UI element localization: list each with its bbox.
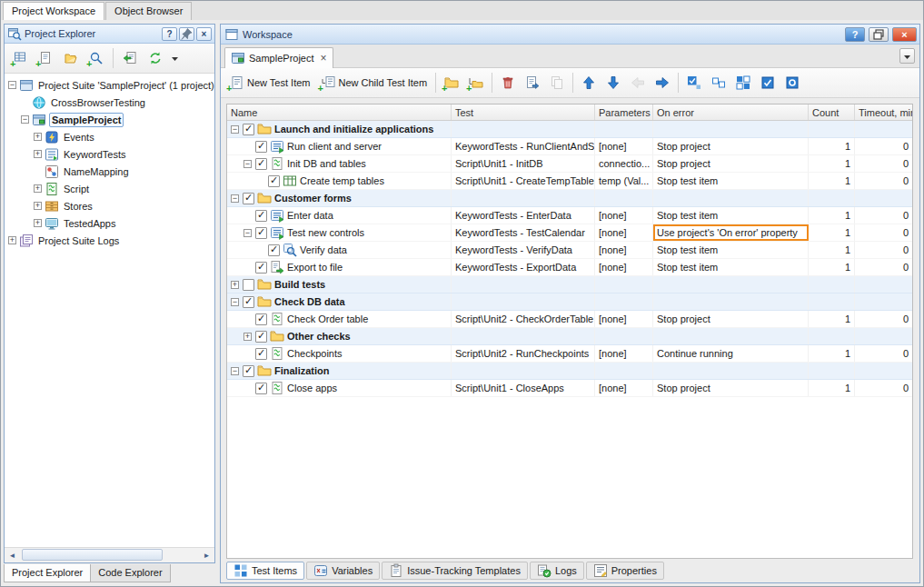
main-tab-object-browser[interactable]: Object Browser (105, 2, 192, 20)
test-item-row-check-order-table[interactable]: Check Order tableScript\Unit2 - CheckOrd… (227, 311, 912, 328)
test-item-row-enter-data[interactable]: Enter dataKeywordTests - EnterData[none]… (227, 207, 912, 224)
group-row-launch-and-initialize-applications[interactable]: −Launch and initialize applications (227, 121, 912, 138)
test-item-row-export-to-file[interactable]: Export to fileKeywordTests - ExportData[… (227, 259, 912, 276)
test-item-row-init-db-and-tables[interactable]: −Init DB and tablesScript\Unit1 - InitDB… (227, 155, 912, 173)
test-item-row-close-apps[interactable]: Close appsScript\Unit1 - CloseApps[none]… (227, 380, 912, 397)
collapse-icon[interactable]: − (231, 194, 239, 203)
add-project-item-button[interactable]: + (34, 46, 57, 70)
group-row-finalization[interactable]: −Finalization (227, 363, 912, 380)
collapse-icon[interactable]: − (243, 229, 252, 237)
row-checkbox[interactable] (255, 331, 267, 343)
column-header-timeout-min[interactable]: Timeout, min (855, 104, 912, 120)
expand-icon[interactable]: + (34, 150, 42, 158)
tree-item-sampleproject[interactable]: −SampleProject (5, 111, 214, 128)
pin-button[interactable] (179, 27, 194, 41)
workspace-tab-logs[interactable]: Logs (530, 562, 584, 580)
scroll-right-button[interactable]: ► (199, 548, 214, 562)
expand-icon[interactable]: + (8, 236, 16, 244)
tree-item-project-suite-logs[interactable]: +Project Suite Logs (5, 232, 214, 249)
new-test-item-button[interactable]: +New Test Item (224, 71, 315, 95)
group-row-build-tests[interactable]: +Build tests (227, 276, 912, 294)
add-project-suite-button[interactable]: + (8, 46, 32, 70)
workspace-help-button[interactable]: ? (845, 27, 865, 42)
row-checkbox[interactable] (255, 158, 267, 170)
collapse-icon[interactable]: − (231, 298, 239, 306)
collapse-icon[interactable]: − (243, 160, 252, 168)
enable-selected-item-button[interactable] (756, 71, 780, 95)
refresh-project-button[interactable] (144, 46, 167, 70)
group-row-check-db-data[interactable]: −Check DB data (227, 294, 912, 311)
row-checkbox[interactable] (268, 244, 280, 256)
collapse-icon[interactable]: − (8, 81, 16, 89)
test-item-row-run-client-and-server[interactable]: Run client and serverKeywordTests - RunC… (227, 138, 912, 155)
row-checkbox[interactable] (255, 313, 267, 325)
explorer-tab-project-explorer[interactable]: Project Explorer (4, 564, 91, 582)
uncheck-all-items-button[interactable] (707, 71, 730, 95)
new-child-test-item-button[interactable]: +New Child Test Item (316, 71, 432, 95)
column-header-name[interactable]: Name (227, 104, 452, 120)
row-checkbox[interactable] (243, 279, 254, 291)
move-right-button[interactable] (651, 71, 674, 95)
horizontal-scrollbar[interactable]: ◄ ► (5, 547, 214, 562)
tree-item-testedapps[interactable]: +TestedApps (5, 214, 214, 232)
new-child-group-button[interactable]: + (464, 71, 488, 95)
group-row-customer-forms[interactable]: −Customer forms (227, 190, 912, 207)
close-panel-button[interactable]: × (196, 27, 212, 41)
tree-item-project-suite-sampleproject-1-project[interactable]: −Project Suite 'SampleProject' (1 projec… (5, 76, 214, 94)
row-checkbox[interactable] (243, 296, 254, 308)
row-checkbox[interactable] (243, 193, 254, 204)
test-item-row-verify-data[interactable]: Verify dataKeywordTests - VerifyData[non… (227, 242, 912, 259)
column-header-parameters[interactable]: Parameters (595, 104, 653, 120)
tree-item-keywordtests[interactable]: +KeywordTests (5, 145, 214, 163)
test-item-row-checkpoints[interactable]: CheckpointsScript\Unit2 - RunCheckpoints… (227, 345, 912, 363)
workspace-tab-properties[interactable]: Properties (586, 562, 664, 580)
test-item-row-test-new-controls[interactable]: −Test new controlsKeywordTests - TestCal… (227, 224, 912, 242)
main-tab-project-workspace[interactable]: Project Workspace (3, 2, 104, 20)
row-checkbox[interactable] (255, 262, 267, 274)
collapse-icon[interactable]: − (231, 125, 239, 134)
row-checkbox[interactable] (243, 124, 254, 135)
new-group-button[interactable]: + (440, 71, 463, 95)
move-down-button[interactable] (601, 71, 625, 95)
move-left-button[interactable] (626, 71, 650, 95)
test-item-row-create-temp-tables[interactable]: Create temp tablesScript\Unit1 - CreateT… (227, 173, 912, 190)
expand-icon[interactable]: + (34, 202, 42, 210)
disable-selected-item-button[interactable] (780, 71, 804, 95)
delete-button[interactable] (496, 71, 520, 95)
row-checkbox[interactable] (255, 383, 267, 394)
toolbar-dropdown-button[interactable] (169, 46, 180, 70)
scroll-left-button[interactable]: ◄ (5, 548, 20, 562)
workspace-close-button[interactable]: × (892, 27, 917, 42)
expand-icon[interactable]: + (34, 219, 42, 227)
document-tab-close-icon[interactable]: × (321, 54, 327, 63)
tree-item-namemapping[interactable]: NameMapping (5, 163, 214, 180)
row-checkbox[interactable] (255, 141, 267, 153)
scrollbar-thumb[interactable] (22, 549, 163, 561)
tree-item-events[interactable]: +Events (5, 128, 214, 145)
group-row-other-checks[interactable]: +Other checks (227, 328, 912, 345)
document-tab-sampleproject[interactable]: SampleProject × (224, 47, 333, 68)
copy-items-button[interactable] (545, 71, 569, 95)
workspace-tab-issue-tracking-templates[interactable]: Issue-Tracking Templates (382, 562, 528, 580)
column-header-on-error[interactable]: On error (653, 104, 809, 120)
column-header-count[interactable]: Count (809, 104, 855, 120)
expand-icon[interactable]: + (243, 333, 252, 341)
expand-icon[interactable]: + (34, 184, 42, 193)
workspace-restore-button[interactable] (869, 27, 889, 42)
help-button[interactable]: ? (162, 27, 177, 41)
tree-item-stores[interactable]: +Stores (5, 197, 214, 214)
collapse-icon[interactable]: − (231, 367, 239, 375)
move-up-button[interactable] (577, 71, 601, 95)
workspace-tab-variables[interactable]: Variables (306, 562, 380, 580)
row-checkbox[interactable] (255, 210, 267, 222)
tree-item-crossbrowsertesting[interactable]: CrossBrowserTesting (5, 94, 214, 111)
row-checkbox[interactable] (268, 175, 280, 187)
row-checkbox[interactable] (255, 348, 267, 360)
column-header-test[interactable]: Test (452, 104, 595, 120)
check-all-items-button[interactable] (682, 71, 706, 95)
explorer-tab-code-explorer[interactable]: Code Explorer (90, 564, 170, 582)
tab-list-dropdown-button[interactable] (899, 48, 915, 64)
expand-icon[interactable]: + (34, 133, 42, 141)
import-project-button[interactable] (118, 46, 142, 70)
collapse-icon[interactable]: − (21, 115, 29, 124)
